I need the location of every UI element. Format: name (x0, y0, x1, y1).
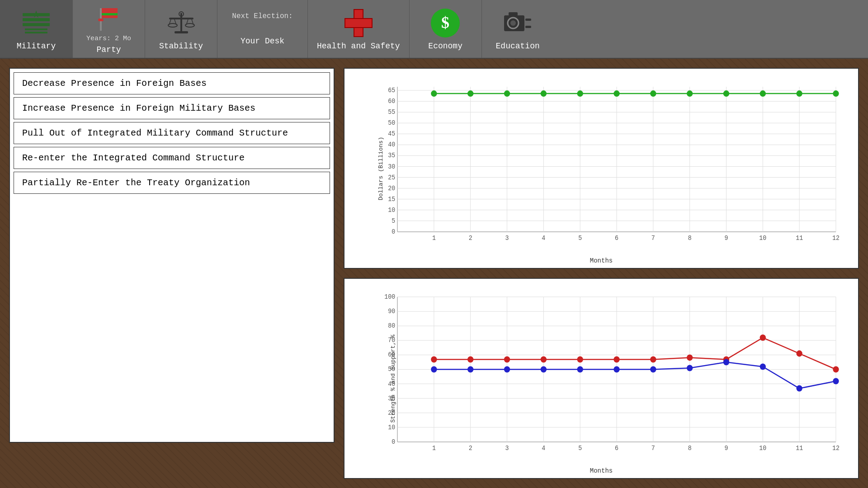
svg-point-90 (687, 90, 693, 97)
svg-text:5: 5 (392, 218, 395, 225)
military-icon (20, 7, 52, 39)
svg-point-15 (168, 23, 177, 27)
nav-label-party: Party (96, 45, 121, 54)
svg-point-152 (796, 350, 802, 357)
svg-point-157 (541, 366, 547, 372)
svg-text:9: 9 (725, 235, 728, 242)
main-content: Decrease Presence in Foreign Bases Incre… (0, 59, 868, 488)
svg-point-145 (541, 356, 547, 362)
svg-text:$: $ (441, 14, 449, 32)
chart-dollars-x-label: Months (590, 257, 613, 264)
svg-text:5: 5 (578, 445, 582, 452)
svg-text:10: 10 (759, 445, 766, 452)
svg-point-94 (833, 90, 839, 97)
svg-text:20: 20 (388, 185, 395, 192)
svg-text:7: 7 (651, 445, 655, 452)
svg-point-160 (650, 366, 656, 372)
policy-item-increase-presence[interactable]: Increase Presence in Foreign Military Ba… (14, 97, 330, 119)
svg-text:50: 50 (388, 120, 395, 127)
svg-text:8: 8 (688, 235, 692, 242)
svg-text:80: 80 (388, 323, 395, 329)
policy-item-pull-out[interactable]: Pull Out of Integrated Military Command … (14, 122, 330, 144)
policy-item-partial-reenter[interactable]: Partially Re-Enter the Treaty Organizati… (14, 172, 330, 194)
svg-point-143 (467, 356, 473, 362)
svg-text:5: 5 (578, 235, 582, 242)
svg-text:4: 4 (542, 445, 545, 452)
svg-text:0: 0 (392, 439, 395, 446)
nav-item-economy[interactable]: $ Economy (409, 0, 481, 58)
nav-label-health-safety: Health and Safety (317, 42, 400, 51)
svg-point-153 (833, 366, 839, 372)
svg-rect-5 (25, 32, 47, 33)
svg-point-162 (723, 359, 729, 365)
svg-text:1: 1 (432, 445, 436, 452)
svg-rect-11 (175, 31, 188, 33)
svg-text:25: 25 (388, 174, 395, 181)
nav-item-stability[interactable]: Stability (145, 0, 217, 58)
next-election-label: Next Election: (232, 12, 292, 20)
svg-text:2: 2 (469, 235, 472, 242)
nav-item-education[interactable]: Education (481, 0, 554, 58)
svg-point-144 (504, 356, 510, 362)
svg-point-87 (577, 90, 583, 97)
svg-text:11: 11 (796, 445, 803, 452)
policy-item-reenter[interactable]: Re-enter the Integrated Command Structur… (14, 147, 330, 169)
chart-dollars-y-label: Dollars (Billions) (377, 136, 384, 200)
svg-rect-21 (345, 19, 372, 28)
nav-item-your-desk[interactable]: Next Election: Your Desk (217, 0, 307, 58)
party-years: Years: 2 Mo (86, 35, 131, 42)
svg-text:10: 10 (759, 235, 766, 242)
nav-item-party[interactable]: Years: 2 Mo Party (72, 0, 145, 58)
svg-text:90: 90 (388, 308, 395, 315)
svg-point-83 (431, 90, 437, 97)
svg-text:1: 1 (432, 235, 436, 242)
svg-text:55: 55 (388, 109, 395, 116)
svg-text:15: 15 (388, 196, 395, 202)
svg-point-147 (613, 356, 619, 362)
svg-point-89 (650, 90, 656, 97)
policy-item-decrease-presence[interactable]: Decrease Presence in Foreign Bases (14, 72, 330, 94)
svg-point-158 (577, 366, 583, 372)
health-safety-icon (343, 7, 374, 39)
svg-point-88 (613, 90, 619, 97)
svg-rect-9 (98, 19, 104, 21)
svg-point-165 (833, 378, 839, 385)
svg-rect-1 (23, 18, 50, 21)
charts-panel: Dollars (Billions) Months (344, 68, 859, 479)
svg-text:100: 100 (384, 294, 395, 300)
svg-point-93 (796, 90, 802, 97)
svg-text:10: 10 (388, 206, 395, 213)
svg-point-159 (613, 366, 619, 372)
svg-point-85 (504, 90, 510, 97)
svg-point-18 (185, 23, 194, 27)
nav-item-health-safety[interactable]: Health and Safety (307, 0, 409, 58)
svg-point-142 (431, 356, 437, 362)
svg-rect-8 (102, 13, 118, 15)
chart-strength-x-label: Months (590, 467, 613, 474)
stability-icon (165, 7, 197, 39)
svg-text:4: 4 (542, 235, 545, 242)
svg-text:65: 65 (388, 87, 395, 94)
economy-icon: $ (429, 7, 461, 39)
nav-label-your-desk: Your Desk (241, 37, 284, 46)
chart-strength-y-label: Strength % and Support, % (390, 334, 396, 422)
svg-rect-2 (23, 23, 50, 26)
svg-text:2: 2 (469, 445, 472, 452)
svg-point-86 (541, 90, 547, 97)
svg-text:3: 3 (505, 235, 509, 242)
svg-text:30: 30 (388, 163, 395, 170)
svg-text:45: 45 (388, 131, 395, 137)
svg-text:35: 35 (388, 152, 395, 159)
party-icon (93, 4, 125, 35)
chart-strength: Strength % and Support, % Months (344, 278, 859, 479)
svg-text:12: 12 (832, 235, 840, 242)
nav-item-military[interactable]: Military (0, 0, 72, 58)
svg-text:6: 6 (615, 235, 618, 242)
svg-point-161 (687, 365, 693, 371)
svg-rect-27 (525, 19, 531, 21)
svg-point-149 (687, 354, 693, 361)
svg-text:10: 10 (388, 424, 395, 431)
desk-icon (251, 20, 274, 34)
nav-label-education: Education (496, 42, 540, 51)
svg-text:6: 6 (615, 445, 618, 452)
